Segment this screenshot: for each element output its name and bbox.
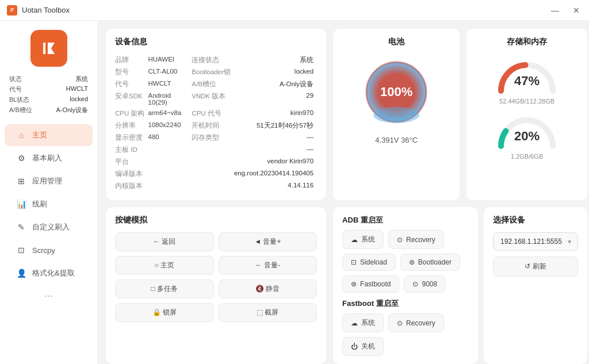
device-select-title: 选择设备 bbox=[493, 215, 578, 225]
key-btn-vol_up[interactable]: ◄ 音量+ bbox=[219, 232, 318, 251]
close-button[interactable]: ✕ bbox=[571, 5, 582, 16]
row-label2: A/B槽位 bbox=[185, 78, 234, 90]
row-label: 分辨率 bbox=[115, 120, 148, 132]
row-value: 480 bbox=[148, 132, 185, 144]
storage-used: 52.44GB/112.28GB bbox=[499, 98, 554, 105]
row-label: 代号 bbox=[115, 78, 148, 90]
key-btn-lock[interactable]: 🔒 锁屏 bbox=[115, 303, 214, 322]
adb-btn-9008[interactable]: ⊙9008 bbox=[404, 275, 446, 293]
row-label2: CPU 代号 bbox=[185, 108, 234, 120]
minimize-button[interactable]: — bbox=[549, 5, 561, 16]
app-icon bbox=[7, 5, 17, 16]
device-info-card: 设备信息 品牌 HUAWEI 连接状态 系统 型号 CLT-AL00 Bootl… bbox=[106, 29, 326, 200]
row-label2 bbox=[185, 180, 234, 192]
row-value bbox=[148, 144, 185, 156]
key-sim-card: 按键模拟 ← 返回◄ 音量+○ 主页← 音量-□ 多任务🔇 静音🔒 锁屏⬚ 截屏 bbox=[106, 207, 326, 364]
sidebar-item-format[interactable]: 👤 格式化&提取 bbox=[5, 262, 93, 284]
slot-value: A-Only设备 bbox=[56, 106, 88, 114]
adb-fastboot-card: ADB 重启至 ☁系统⊙Recovery⊡Sideload⊛Bootloader… bbox=[333, 207, 478, 364]
row-value bbox=[148, 168, 185, 180]
adb-btn-fastbootd[interactable]: ⊛Fastbootd bbox=[342, 275, 399, 293]
battery-card: 电池 bbox=[333, 29, 460, 200]
storage-card: 存储和内存 47% 52.44GB/112.28GB 20% bbox=[466, 29, 587, 200]
codename-label: 代号 bbox=[9, 85, 22, 94]
right-bottom-area: ADB 重启至 ☁系统⊙Recovery⊡Sideload⊛Bootloader… bbox=[333, 207, 587, 364]
row-value2: — bbox=[234, 132, 317, 144]
row-value2: eng.root.20230414.190405 bbox=[234, 168, 317, 180]
row-value2: 系统 bbox=[234, 54, 317, 66]
format-icon: 👤 bbox=[16, 268, 26, 278]
device-info-row: 平台 vendor Kirin970 bbox=[115, 156, 317, 168]
key-btn-mute[interactable]: 🔇 静音 bbox=[219, 279, 318, 298]
key-btn-home[interactable]: ○ 主页 bbox=[115, 256, 214, 275]
adb-btn-bootloader[interactable]: ⊛Bootloader bbox=[400, 254, 460, 271]
app-title: Uotan Toolbox bbox=[22, 6, 70, 14]
key-btn-back[interactable]: ← 返回 bbox=[115, 232, 214, 251]
row-value2: — bbox=[234, 144, 317, 156]
key-btn-recent[interactable]: □ 多任务 bbox=[115, 279, 214, 298]
sidebar-more[interactable]: ··· bbox=[0, 285, 97, 306]
sidebar-item-apps-label: 应用管理 bbox=[32, 176, 62, 186]
sidebar-item-scrcpy[interactable]: ⊡ Scrcpy bbox=[5, 239, 93, 261]
fastboot-btn-fb_shutdown[interactable]: ⏻关机 bbox=[342, 337, 384, 356]
home-icon: ⌂ bbox=[16, 130, 26, 140]
fastboot-btn-fb_system[interactable]: ☁系统 bbox=[342, 313, 384, 332]
sidebar-item-wire[interactable]: 📊 线刷 bbox=[5, 193, 93, 215]
device-info-title: 设备信息 bbox=[115, 37, 317, 47]
battery-circle: 100% bbox=[362, 58, 431, 127]
row-value2: 29 bbox=[234, 90, 317, 108]
adb-title: ADB 重启至 bbox=[342, 215, 469, 225]
row-label2: 开机时间 bbox=[185, 120, 234, 132]
row-label2 bbox=[185, 144, 234, 156]
status-label: 状态 bbox=[9, 75, 22, 83]
key-btn-vol_down[interactable]: ← 音量- bbox=[219, 256, 318, 275]
key-grid: ← 返回◄ 音量+○ 主页← 音量-□ 多任务🔇 静音🔒 锁屏⬚ 截屏 bbox=[115, 232, 317, 322]
row-value2: kirin970 bbox=[234, 108, 317, 120]
scrcpy-icon: ⊡ bbox=[16, 245, 26, 255]
device-dropdown-wrapper: 192.168.1.121:5555 ▼ bbox=[493, 232, 578, 251]
content-area: 设备信息 品牌 HUAWEI 连接状态 系统 型号 CLT-AL00 Bootl… bbox=[98, 21, 589, 364]
sidebar-item-home-label: 主页 bbox=[32, 130, 47, 140]
device-info-row: 型号 CLT-AL00 Bootloader锁 locked bbox=[115, 66, 317, 78]
device-info-row: CPU 架构 arm64~v8a CPU 代号 kirin970 bbox=[115, 108, 317, 120]
storage-arc: 47% bbox=[495, 56, 559, 97]
fastbootd-icon: ⊛ bbox=[351, 280, 357, 288]
fastboot-title: Fastboot 重启至 bbox=[342, 298, 469, 309]
sidebar-item-custom[interactable]: ✎ 自定义刷入 bbox=[5, 216, 93, 238]
adb-fastboot-row: ADB 重启至 ☁系统⊙Recovery⊡Sideload⊛Bootloader… bbox=[333, 207, 587, 364]
key-sim-title: 按键模拟 bbox=[115, 215, 317, 225]
row-label2: Bootloader锁 bbox=[185, 66, 234, 78]
row-label: 主板 ID bbox=[115, 144, 148, 156]
svg-point-2 bbox=[373, 107, 419, 123]
refresh-button[interactable]: ↺ 刷新 bbox=[493, 256, 578, 277]
fastboot-btn-fb_recovery[interactable]: ⊙Recovery bbox=[388, 313, 444, 332]
device-select-dropdown[interactable]: 192.168.1.121:5555 bbox=[493, 232, 578, 251]
adb-btn-recovery[interactable]: ⊙Recovery bbox=[388, 230, 444, 249]
titlebar: Uotan Toolbox — ✕ bbox=[0, 0, 589, 21]
device-info-row: 主板 ID — bbox=[115, 144, 317, 156]
row-label: 内核版本 bbox=[115, 180, 148, 192]
row-label: 型号 bbox=[115, 66, 148, 78]
row-value2: vendor Kirin970 bbox=[234, 156, 317, 168]
bootloader-icon: ⊛ bbox=[409, 258, 415, 266]
device-select-card: 选择设备 192.168.1.121:5555 ▼ ↺ 刷新 bbox=[484, 207, 587, 364]
row-value: HWCLT bbox=[148, 78, 185, 90]
row-value: HUAWEI bbox=[148, 54, 185, 66]
custom-icon: ✎ bbox=[16, 222, 26, 232]
row-value: Android 10(29) bbox=[148, 90, 185, 108]
memory-percent: 20% bbox=[514, 129, 540, 144]
sideload-icon: ⊡ bbox=[351, 258, 357, 266]
bl-label: BL状态 bbox=[9, 95, 29, 104]
memory-arc: 20% bbox=[495, 112, 559, 152]
titlebar-left: Uotan Toolbox bbox=[7, 5, 70, 16]
sidebar-item-apps[interactable]: ⊞ 应用管理 bbox=[5, 170, 93, 192]
slot-label: A/B槽位 bbox=[9, 106, 32, 114]
sidebar-slot-row: A/B槽位 A-Only设备 bbox=[9, 106, 88, 114]
adb-btn-sideload[interactable]: ⊡Sideload bbox=[342, 254, 396, 271]
sidebar-item-flash[interactable]: ⚙ 基本刷入 bbox=[5, 147, 93, 169]
key-btn-screenshot[interactable]: ⬚ 截屏 bbox=[219, 303, 318, 322]
sidebar-item-home[interactable]: ⌂ 主页 bbox=[5, 124, 93, 146]
adb-buttons: ☁系统⊙Recovery⊡Sideload⊛Bootloader⊛Fastboo… bbox=[342, 230, 469, 293]
adb-btn-system[interactable]: ☁系统 bbox=[342, 230, 384, 249]
sidebar-info: 状态 系统 代号 HWCLT BL状态 locked A/B槽位 A-Only设… bbox=[0, 75, 97, 116]
